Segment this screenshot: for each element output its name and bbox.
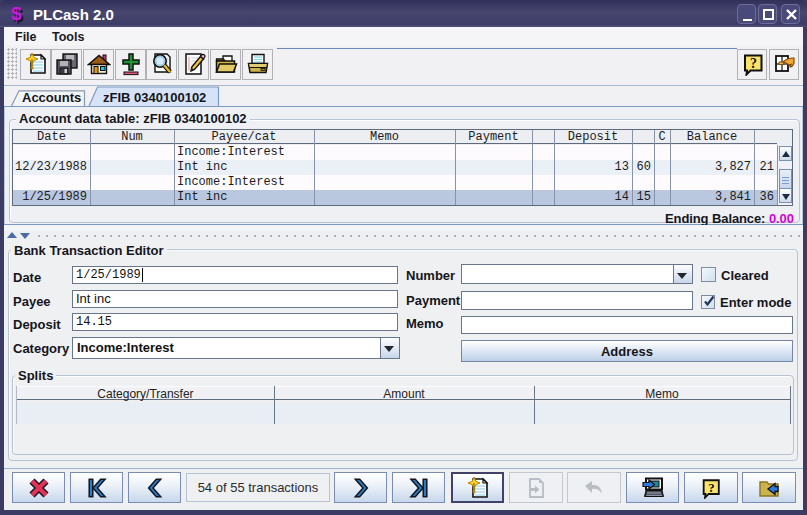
svg-text:?: ? [708,480,714,494]
svg-text:Accounts: Accounts [22,90,81,105]
svg-text:zFIB 0340100102: zFIB 0340100102 [103,90,206,105]
svg-text:?: ? [750,56,757,71]
